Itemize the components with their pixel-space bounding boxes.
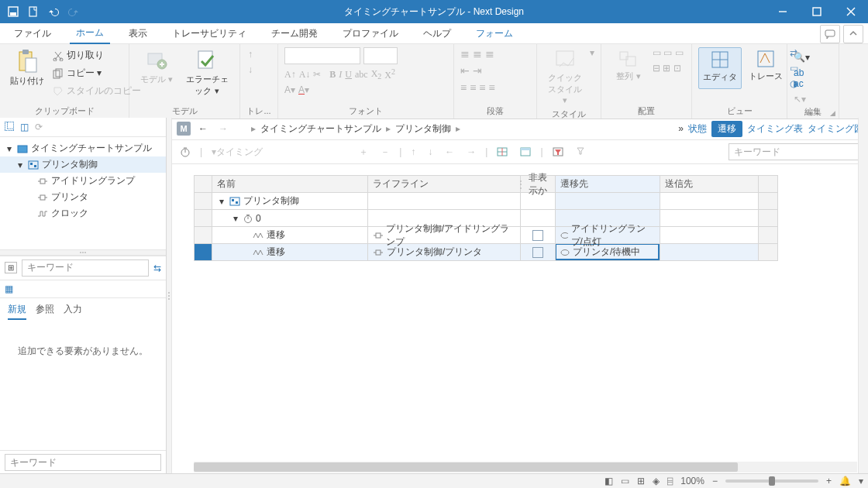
- col-dest[interactable]: 遷移先: [556, 176, 660, 192]
- props-icon[interactable]: ▦: [5, 284, 13, 294]
- move-down-icon[interactable]: ↓: [425, 145, 436, 159]
- tree-refresh-icon[interactable]: ⟳: [35, 122, 43, 132]
- model-tree[interactable]: ▾ タイミングチャートサンプル ▾ プリンタ制御 アイドリングランプ プリンタ: [0, 137, 166, 249]
- tree-folder-icon[interactable]: ◫: [20, 122, 29, 132]
- bold-icon[interactable]: B: [329, 69, 336, 81]
- tree-search-input[interactable]: キーワード: [22, 259, 149, 277]
- tab-view[interactable]: 表示: [122, 24, 153, 43]
- tab-help[interactable]: ヘルプ: [417, 24, 457, 43]
- tree-item-printer-control[interactable]: ▾ プリンタ制御: [0, 156, 166, 173]
- col-hidden[interactable]: 非表示か: [525, 171, 550, 198]
- grid-hl-icon[interactable]: [494, 146, 511, 158]
- add-icon[interactable]: ＋: [356, 144, 371, 160]
- view-state[interactable]: 状態: [688, 122, 707, 136]
- paste-button[interactable]: 貼り付け: [6, 47, 48, 99]
- sb-layout2-icon[interactable]: ▭: [621, 476, 629, 486]
- hidden-checkbox[interactable]: [532, 230, 543, 241]
- sidebar-splitter[interactable]: [167, 118, 172, 474]
- trace-up[interactable]: ↑: [246, 47, 254, 61]
- filter-icon[interactable]: ⊞: [5, 262, 17, 273]
- close-button[interactable]: [834, 0, 868, 23]
- move-up-icon[interactable]: ↑: [408, 145, 418, 159]
- highlight-icon[interactable]: A▾: [284, 84, 295, 95]
- move-right-icon[interactable]: →: [463, 145, 479, 159]
- remove-icon[interactable]: －: [377, 144, 393, 160]
- grid-alt-icon[interactable]: [517, 146, 534, 158]
- sb-layout1-icon[interactable]: ◧: [604, 476, 613, 486]
- zoom-out[interactable]: −: [712, 476, 718, 486]
- clear-filter-icon[interactable]: [573, 146, 588, 158]
- zoom-slider[interactable]: [725, 479, 818, 483]
- superscript-icon[interactable]: X2: [384, 67, 395, 81]
- tab-profile[interactable]: プロファイル: [336, 24, 405, 43]
- decrease-font-icon[interactable]: A↓: [299, 69, 311, 81]
- replace-icon[interactable]: abac: [794, 67, 832, 89]
- bullets-icon[interactable]: ≣: [460, 47, 470, 60]
- sidebar-tab-ref[interactable]: 参照: [36, 303, 54, 320]
- sb-monitor-icon[interactable]: ⌸: [667, 476, 673, 486]
- sb-menu-icon[interactable]: ▾: [859, 476, 863, 486]
- view-transition[interactable]: 遷移: [711, 121, 742, 137]
- tab-file[interactable]: ファイル: [8, 24, 57, 43]
- view-timing-chart[interactable]: タイミング図: [808, 122, 863, 136]
- arrange-button[interactable]: 整列 ▾: [608, 47, 649, 84]
- move-left-icon[interactable]: ←: [442, 145, 457, 159]
- hidden-checkbox[interactable]: [532, 247, 543, 258]
- find-icon[interactable]: 🔍▾: [794, 52, 832, 63]
- tree-root[interactable]: ▾ タイミングチャートサンプル: [0, 140, 166, 156]
- notifications-icon[interactable]: 🔔: [839, 476, 851, 486]
- tree-item-printer[interactable]: プリンタ: [0, 189, 166, 205]
- new-icon[interactable]: [28, 6, 39, 17]
- redo-icon[interactable]: [68, 6, 79, 17]
- main: M ← → ▸ タイミングチャートサンプル ▸ プリンタ制御 ▸ » 状態 遷移…: [172, 118, 868, 474]
- sidebar-tab-input[interactable]: 入力: [64, 303, 82, 320]
- tree-item-idle-lamp[interactable]: アイドリングランプ: [0, 173, 166, 189]
- editor-view-button[interactable]: エディタ: [698, 47, 742, 89]
- transition-grid[interactable]: 名前 ライフライン ⋮非表示か 遷移先 送信先 ▾プリンタ制御 ▾0: [194, 175, 778, 261]
- filter-table-icon[interactable]: [549, 146, 567, 158]
- pointer-icon[interactable]: ↖▾: [794, 94, 832, 105]
- col-lifeline[interactable]: ライフライン: [368, 176, 520, 192]
- subscript-icon[interactable]: X2: [371, 68, 382, 81]
- grid-search-input[interactable]: キーワード: [728, 143, 863, 160]
- maximize-button[interactable]: [800, 0, 834, 23]
- tree-structure-icon[interactable]: ⿺: [5, 122, 14, 132]
- breadcrumb[interactable]: ▸ タイミングチャートサンプル ▸ プリンタ制御 ▸: [250, 122, 462, 136]
- nav-forward[interactable]: →: [215, 122, 231, 136]
- sb-layout3-icon[interactable]: ⊞: [637, 476, 645, 486]
- tab-home[interactable]: ホーム: [70, 23, 110, 44]
- increase-font-icon[interactable]: A↑: [284, 69, 296, 81]
- sidebar-tab-new[interactable]: 新規: [8, 303, 26, 320]
- quick-style-button[interactable]: クイック スタイル ▾: [543, 47, 587, 107]
- grid-h-scrollbar[interactable]: [194, 462, 857, 473]
- tab-traceability[interactable]: トレーサビリティ: [166, 24, 253, 43]
- trace-view-button[interactable]: トレース: [745, 47, 787, 89]
- tab-form[interactable]: フォーム: [470, 24, 519, 43]
- timer-icon[interactable]: [177, 145, 194, 159]
- tree-item-clock[interactable]: クロック: [0, 205, 166, 222]
- nav-back[interactable]: ←: [195, 122, 211, 136]
- col-send[interactable]: 送信先: [660, 176, 758, 192]
- col-name[interactable]: 名前: [212, 176, 367, 192]
- collapse-ribbon-icon[interactable]: [843, 25, 863, 43]
- view-timing-table[interactable]: タイミング表: [747, 122, 803, 136]
- undo-icon[interactable]: [48, 6, 59, 17]
- error-check-button[interactable]: エラーチェック ▾: [181, 47, 233, 98]
- underline-icon[interactable]: U: [345, 69, 352, 81]
- save-icon[interactable]: [8, 6, 19, 17]
- trace-down[interactable]: ↓: [246, 63, 254, 77]
- minimize-button[interactable]: [766, 0, 800, 23]
- feedback-icon[interactable]: [820, 25, 840, 43]
- clear-format-icon[interactable]: ✂: [313, 69, 321, 81]
- view-overflow[interactable]: »: [678, 123, 684, 134]
- sync-icon[interactable]: ⇆: [153, 263, 161, 273]
- tab-team[interactable]: チーム開発: [265, 24, 324, 43]
- strike-icon[interactable]: abc: [355, 69, 368, 81]
- sidebar-splitter-h[interactable]: [0, 249, 166, 256]
- zoom-in[interactable]: +: [826, 476, 832, 486]
- model-button[interactable]: モデル ▾: [136, 47, 177, 98]
- sidebar-bottom-search-input[interactable]: キーワード: [5, 454, 161, 471]
- italic-icon[interactable]: I: [339, 69, 342, 81]
- sb-layers-icon[interactable]: ◈: [653, 476, 660, 486]
- font-color-icon[interactable]: A▾: [298, 84, 309, 95]
